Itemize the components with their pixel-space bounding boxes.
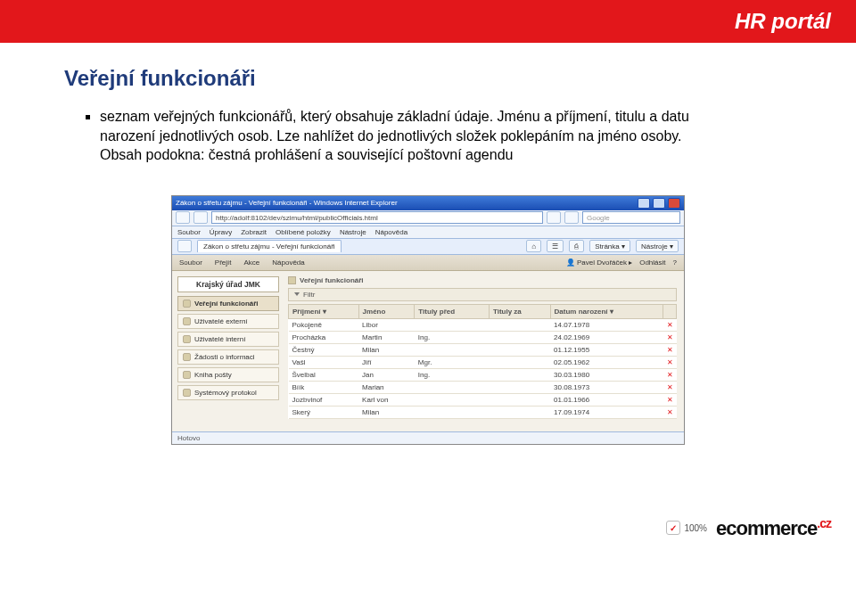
logout-link[interactable]: Odhlásit [639,259,665,267]
col-header[interactable]: Tituly před [415,304,490,318]
cell-surname: Čestný [289,343,359,356]
status-text: Hotovo [177,434,200,442]
cell-first: Martin [358,331,415,343]
maximize-button[interactable] [653,198,665,209]
close-button[interactable] [668,198,680,209]
cell-surname: Vašl [289,356,359,368]
cell-title-before [415,393,490,406]
print-icon[interactable]: ⎙ [569,240,584,252]
cell-first: Karl von [358,393,415,406]
delete-icon[interactable]: ✕ [663,318,677,331]
table-row[interactable]: VašlJiříMgr.02.05.1962✕ [289,356,677,368]
delete-icon[interactable]: ✕ [663,406,677,418]
table-row[interactable]: PokojeněLibor14.07.1978✕ [289,318,677,331]
cell-dob: 17.09.1974 [550,406,663,418]
filter-bar[interactable]: Filtr [288,288,677,301]
browser-statusbar: Hotovo [172,431,684,444]
cell-dob: 01.01.1966 [550,393,663,406]
table-row[interactable]: JozbvinofKarl von01.01.1966✕ [289,393,677,406]
sidebar-item[interactable]: Žádosti o informaci [177,349,279,365]
app-menu-item[interactable]: Nápověda [272,259,304,267]
browser-tab[interactable]: Zákon o střetu zájmu - Veřejní funkcioná… [197,240,342,252]
browser-navbar: http://adolf:8102/dev/szimu/html/publicO… [172,210,684,226]
badge-text: 100% [684,523,707,533]
page-title: Veřejní funkcionáři [64,66,792,91]
cell-title-before [415,406,490,418]
delete-icon[interactable]: ✕ [663,368,677,381]
table-row[interactable]: BííkMarian30.08.1973✕ [289,381,677,393]
breadcrumb-text: Veřejní funkcionáři [300,276,364,284]
sidebar-item[interactable]: Systémový protokol [177,385,279,400]
app-menu-item[interactable]: Soubor [179,259,202,267]
cell-title-after [489,318,550,331]
ie-menu-item[interactable]: Soubor [177,228,201,236]
cell-dob: 01.12.1955 [550,343,663,356]
book-icon [183,371,191,379]
stop-button[interactable] [564,211,579,224]
nav-fwd-button[interactable] [193,211,208,224]
app-body: Krajský úřad JMK Veřejní funkcionáři Uži… [172,271,684,431]
table-row[interactable]: ŠvelbalJanIng.30.03.1980✕ [289,368,677,381]
favorites-icon[interactable] [177,240,192,252]
refresh-button[interactable] [547,211,561,224]
sidebar-item[interactable]: Uživatelé externí [177,314,279,329]
cell-first: Milan [358,406,415,418]
cell-title-after [489,331,550,343]
user-icon [183,335,191,343]
cell-title-before [415,318,490,331]
ie-menu-item[interactable]: Oblíbené položky [276,228,331,236]
bullet-item: seznam veřejných funkcionářů, který obsa… [100,107,724,165]
delete-icon[interactable]: ✕ [663,331,677,343]
col-header[interactable]: Příjmení ▾ [289,304,359,318]
feed-icon[interactable]: ☰ [547,240,564,252]
cell-title-after [489,356,550,368]
col-header[interactable]: Tituly za [489,304,550,318]
help-icon[interactable]: ? [673,259,677,267]
brand-title: HR portál [735,9,831,34]
delete-icon[interactable]: ✕ [663,343,677,356]
user-icon [183,317,191,325]
tools-menu[interactable]: Nástroje ▾ [636,240,679,252]
chevron-down-icon [294,292,300,296]
screenshot: Zákon o střetu zájmu - Veřejní funkcioná… [171,195,685,445]
folder-icon [183,300,191,308]
sidebar-item[interactable]: Veřejní funkcionáři [177,296,279,311]
sidebar-item[interactable]: Kniha pošty [177,367,279,382]
cell-title-before: Mgr. [415,356,490,368]
delete-icon[interactable]: ✕ [663,381,677,393]
col-header[interactable]: Datum narození ▾ [550,304,663,318]
ie-menu-item[interactable]: Nápověda [375,228,407,236]
page-footer: ✓ 100% ecommerce.cz [0,516,831,540]
col-header [663,304,677,318]
page-menu[interactable]: Stránka ▾ [589,240,630,252]
window-title: Zákon o střetu zájmu - Veřejní funkcioná… [176,199,398,207]
browser-titlebar: Zákon o střetu zájmu - Veřejní funkcioná… [172,196,684,210]
ie-menu-item[interactable]: Úpravy [210,228,232,236]
cell-dob: 24.02.1969 [550,331,663,343]
home-icon[interactable]: ⌂ [526,240,541,252]
data-table: Příjmení ▾ Jméno Tituly před Tituly za D… [288,304,677,419]
table-row[interactable]: ČestnýMilan01.12.1955✕ [289,343,677,356]
table-row[interactable]: ProcházkaMartinIng.24.02.1969✕ [289,331,677,343]
cell-title-after [489,393,550,406]
address-bar[interactable]: http://adolf:8102/dev/szimu/html/publicO… [211,211,543,224]
delete-icon[interactable]: ✕ [663,393,677,406]
cell-surname: Bíík [289,381,359,393]
cell-first: Libor [358,318,415,331]
search-box[interactable]: Google [582,211,680,224]
cell-title-after [489,381,550,393]
app-menu-item[interactable]: Akce [243,259,259,267]
main-pane: Veřejní funkcionáři Filtr Příjmení ▾ Jmé… [284,271,684,431]
table-row[interactable]: SkerýMilan17.09.1974✕ [289,406,677,418]
app-menu-item[interactable]: Přejít [215,259,232,267]
ie-menu-item[interactable]: Zobrazit [241,228,267,236]
ie-menu-item[interactable]: Nástroje [340,228,366,236]
delete-icon[interactable]: ✕ [663,356,677,368]
cell-dob: 30.08.1973 [550,381,663,393]
sidebar-item[interactable]: Uživatelé interní [177,332,279,347]
minimize-button[interactable] [638,198,650,209]
ie-menu-bar: Soubor Úpravy Zobrazit Oblíbené položky … [172,226,684,239]
col-header[interactable]: Jméno [358,304,415,318]
cell-surname: Pokojeně [289,318,359,331]
nav-back-button[interactable] [176,211,190,224]
